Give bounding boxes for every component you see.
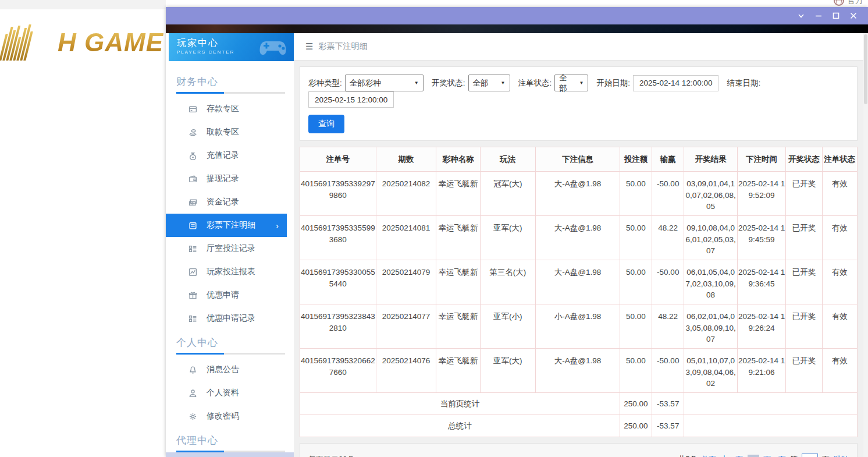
sidebar-item-优惠申请记录[interactable]: 优惠申请记录 — [166, 307, 287, 330]
table-cell: 09,10,08,04,06,01,02,05,03,07 — [684, 216, 737, 260]
table-footer: 每页显示20条 共5条 首页 上一页 [1] 下一页 第 页 跳转 — [300, 443, 858, 457]
sidebar-item-存款专区[interactable]: 存款专区 — [166, 97, 287, 121]
table-cell: 大-A盘@1.98 — [536, 349, 620, 393]
minimize-icon[interactable] — [810, 7, 827, 24]
summary-cell — [684, 393, 858, 415]
filter-panel: 彩种类型: 全部彩种 ▼ 开奖状态: 全部 ▼ 注单状态: 全部 — [300, 66, 858, 141]
table-cell: 48.22 — [652, 304, 684, 349]
sidebar-item-优惠申请[interactable]: 优惠申请 — [166, 284, 287, 307]
sidebar-item-充值记录[interactable]: 充值记录 — [166, 144, 287, 167]
sidebar-item-修改密码[interactable]: 修改密码 — [166, 405, 287, 428]
sidebar-item-消息公告[interactable]: 消息公告 — [166, 358, 287, 381]
current-page-badge: [1] — [748, 455, 759, 457]
table-cell: 50.00 — [620, 260, 652, 304]
summary-row: 总统计250.00-53.57 — [300, 415, 858, 437]
logo-text: H GAME — [58, 28, 163, 57]
official-site-label: 官方 — [847, 0, 863, 6]
table-cell: 有效 — [822, 349, 857, 393]
table-cell: 05,01,10,07,03,09,08,04,06,02 — [684, 349, 737, 393]
sidebar-item-label: 资金记录 — [207, 197, 239, 207]
table-cell: 有效 — [822, 216, 857, 260]
maximize-icon[interactable] — [827, 7, 845, 24]
summary-cell: 250.00 — [620, 415, 652, 437]
search-button[interactable]: 查询 — [308, 115, 344, 133]
draw-status-label: 开奖状态: — [432, 78, 465, 88]
end-date-input[interactable]: 2025-02-15 12:00:00 — [308, 91, 394, 108]
lottery-type-label: 彩种类型: — [308, 78, 342, 88]
sidebar-item-资金记录[interactable]: 资金记录 — [166, 190, 287, 214]
sidebar-item-提现记录[interactable]: 提现记录 — [166, 167, 287, 190]
next-page-link[interactable]: 下一页 — [763, 454, 786, 457]
sidebar-item-厅室投注记录[interactable]: 厅室投注记录 — [166, 237, 287, 260]
table-cell: 第三名(大) — [480, 260, 535, 304]
sidebar-item-label: 厅室投注记录 — [207, 243, 255, 254]
official-site-link[interactable]: 官方 — [834, 0, 863, 6]
close-icon[interactable] — [845, 7, 862, 24]
summary-cell: 250.00 — [620, 393, 652, 415]
column-header: 输赢 — [652, 147, 684, 172]
prev-page-link[interactable]: 上一页 — [721, 454, 744, 457]
table-cell: 已开奖 — [786, 216, 822, 260]
sidebar-item-玩家投注报表[interactable]: 玩家投注报表 — [166, 260, 287, 284]
banknotes-icon — [188, 197, 197, 207]
sidebar-bottom-scrollbar[interactable] — [166, 452, 294, 457]
draw-status-select[interactable]: 全部 ▼ — [468, 75, 510, 91]
table-cell: -50.00 — [652, 349, 684, 393]
sidebar-item-取款专区[interactable]: 取款专区 — [166, 121, 287, 144]
column-header: 下注时间 — [737, 147, 785, 172]
table-cell: -50.00 — [652, 260, 684, 304]
app-window: 玩家中心 PLAYERS CENTER 财务中心存款专区取款专区充值记录提现记录… — [166, 7, 868, 457]
sidebar-item-label: 优惠申请 — [207, 290, 239, 300]
table-cell: 06,01,05,04,07,02,03,10,09,08 — [684, 260, 737, 304]
chevron-down-icon: ▼ — [579, 80, 584, 86]
start-date-input[interactable]: 2025-02-14 12:00:00 — [633, 75, 718, 91]
sidebar-header: 玩家中心 PLAYERS CENTER — [169, 33, 294, 61]
chevron-down-icon[interactable] — [792, 7, 810, 24]
table-row: 40156917395323843281020250214077幸运飞艇新亚军(… — [300, 304, 858, 349]
hamburger-icon[interactable]: ☰ — [305, 41, 313, 52]
content-scrollbar[interactable] — [863, 33, 868, 457]
bets-table-wrap: 注单号期数彩种名称玩法下注信息投注额输赢开奖结果下注时间开奖状态注单状态 401… — [300, 147, 858, 437]
table-cell: 亚军(大) — [480, 349, 535, 393]
table-cell: 已开奖 — [786, 349, 822, 393]
hand-money-icon — [188, 127, 197, 137]
table-cell: 有效 — [822, 260, 857, 304]
globe-icon — [834, 0, 844, 6]
chevron-down-icon: ▼ — [414, 80, 419, 86]
moneybag-icon — [188, 151, 197, 160]
table-cell: 50.00 — [620, 304, 652, 349]
sidebar-item-label: 充值记录 — [207, 150, 239, 161]
jump-button[interactable]: 跳转 — [834, 454, 849, 457]
table-cell: 50.00 — [620, 172, 652, 216]
sidebar-item-label: 玩家投注报表 — [207, 267, 255, 277]
window-titlebar — [166, 7, 868, 24]
table-cell: 50.00 — [620, 349, 652, 393]
table-cell: 20250214081 — [376, 216, 436, 260]
table-cell: 亚军(小) — [480, 304, 535, 349]
summary-cell: 总统计 — [300, 415, 620, 437]
table-cell: 有效 — [822, 304, 857, 349]
table-cell: 20250214082 — [376, 172, 436, 216]
jump-prefix: 第 — [790, 454, 798, 457]
table-cell: 401569173953355993680 — [300, 216, 376, 260]
page-jump-input[interactable] — [802, 454, 818, 457]
sidebar-item-label: 优惠申请记录 — [207, 313, 255, 324]
first-page-link[interactable]: 首页 — [702, 454, 717, 457]
table-cell: 20250214076 — [376, 349, 436, 393]
summary-cell: -53.57 — [652, 415, 684, 437]
sidebar-section-title: 个人中心 — [166, 330, 294, 353]
sidebar: 玩家中心 PLAYERS CENTER 财务中心存款专区取款专区充值记录提现记录… — [166, 33, 294, 457]
sidebar-item-label: 彩票下注明细 — [207, 220, 255, 231]
lottery-type-select[interactable]: 全部彩种 ▼ — [345, 75, 424, 91]
sidebar-item-个人资料[interactable]: 个人资料 — [166, 381, 287, 405]
bet-status-select[interactable]: 全部 ▼ — [554, 75, 588, 91]
sidebar-item-label: 存款专区 — [207, 104, 239, 114]
table-cell: 已开奖 — [786, 260, 822, 304]
table-cell: 2025-02-14 19:26:24 — [737, 304, 785, 349]
background-top-strip — [0, 0, 166, 9]
column-header: 投注额 — [620, 147, 652, 172]
section-divider — [176, 92, 285, 94]
main-content: ☰ 彩票下注明细 彩种类型: 全部彩种 ▼ 开奖状态: 全部 — [294, 33, 868, 457]
column-header: 注单状态 — [822, 147, 857, 172]
sidebar-item-彩票下注明细[interactable]: 彩票下注明细› — [166, 214, 287, 237]
